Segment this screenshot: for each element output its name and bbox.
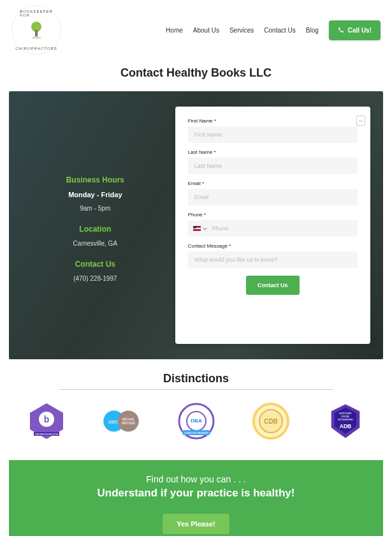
location-value: Carnesville, GA (73, 240, 117, 247)
phone-country-wrap (188, 220, 358, 237)
main-nav: Home About Us Services Contact Us Blog C… (166, 20, 381, 40)
nav-home[interactable]: Home (166, 27, 183, 34)
svg-text:b: b (44, 414, 50, 424)
cta-lead-text: Find out how you can . . . (22, 474, 370, 484)
hours-time: 9am - 5pm (80, 205, 110, 212)
logo-arc-top: BOOKKEEPER FOR (20, 10, 53, 17)
nav-about[interactable]: About Us (193, 27, 219, 34)
distinctions-title: Distinctions (0, 372, 392, 385)
svg-text:DBA: DBA (191, 418, 202, 424)
phone-label: Phone * (188, 212, 358, 218)
svg-text:CERTIFIED INSTRUCTOR: CERTIFIED INSTRUCTOR (35, 433, 59, 436)
last-name-label: Last Name * (188, 149, 358, 155)
email-input[interactable] (188, 189, 358, 205)
badge-cdb-gold: CDB (242, 399, 300, 443)
badge-dba-charter: DBACHARTER MEMBER (168, 399, 225, 443)
svg-text:ASSOCIATE: ASSOCIATE (339, 412, 352, 415)
hours-days: Monday - Friday (68, 191, 122, 198)
nav-contact[interactable]: Contact Us (264, 27, 295, 34)
svg-text:CHARTER MEMBER: CHARTER MEMBER (184, 431, 208, 435)
form-mini-badge-icon: ▭ (356, 115, 365, 126)
site-header: BOOKKEEPER FOR CHIROPRACTORS Home About … (0, 0, 392, 60)
svg-text:ADB: ADB (340, 423, 352, 429)
badges-row: bCERTIFIED INSTRUCTOR xeroBRONZEPARTNER … (0, 399, 392, 449)
cta-section: Find out how you can . . . Understand if… (9, 460, 383, 536)
phone-input[interactable] (210, 220, 358, 237)
hours-heading: Business Hours (66, 175, 124, 184)
badge-bookkeepers-instructor: bCERTIFIED INSTRUCTOR (18, 399, 75, 443)
badge-adb-associate: ASSOCIATEDIGITALBOOKKEEPERADB (317, 399, 374, 443)
message-label: Contact Message * (188, 243, 358, 249)
cta-main-text: Understand if your practice is healthy! (22, 487, 370, 500)
tree-icon (26, 20, 47, 40)
contact-phone: (470) 228-1997 (73, 275, 117, 282)
cta-button[interactable]: Yes Please! (163, 514, 229, 534)
phone-icon (338, 27, 344, 33)
nav-blog[interactable]: Blog (306, 27, 319, 34)
submit-button[interactable]: Contact Us (246, 276, 300, 295)
distinctions-divider (59, 389, 333, 390)
svg-text:PARTNER: PARTNER (122, 422, 136, 425)
call-us-label: Call Us! (348, 27, 372, 34)
contact-hero: Business Hours Monday - Friday 9am - 5pm… (9, 91, 383, 359)
svg-text:BRONZE: BRONZE (122, 418, 134, 421)
message-input[interactable] (188, 251, 358, 268)
business-info: Business Hours Monday - Friday 9am - 5pm… (22, 107, 175, 344)
logo-arc-bottom: CHIROPRACTORS (15, 47, 57, 50)
first-name-input[interactable] (188, 126, 358, 143)
last-name-input[interactable] (188, 158, 358, 174)
distinctions-section: Distinctions bCERTIFIED INSTRUCTOR xeroB… (0, 372, 392, 449)
svg-rect-1 (35, 30, 38, 36)
chevron-down-icon[interactable] (203, 227, 207, 231)
svg-text:BOOKKEEPER: BOOKKEEPER (338, 419, 353, 421)
svg-text:CDB: CDB (264, 418, 278, 425)
contact-form: ▭ First Name * Last Name * Email * Phone… (175, 107, 370, 344)
contact-heading: Contact Us (75, 260, 115, 269)
us-flag-icon[interactable] (193, 226, 201, 231)
svg-text:DIGITAL: DIGITAL (342, 415, 350, 418)
badge-xero-bronze: xeroBRONZEPARTNER (92, 399, 150, 443)
logo[interactable]: BOOKKEEPER FOR CHIROPRACTORS (11, 5, 61, 55)
svg-point-2 (31, 36, 41, 39)
first-name-label: First Name * (188, 118, 358, 124)
location-heading: Location (79, 225, 111, 234)
email-label: Email * (188, 181, 358, 186)
call-us-button[interactable]: Call Us! (329, 20, 381, 40)
nav-services[interactable]: Services (229, 27, 254, 34)
page-title: Contact Healthy Books LLC (0, 66, 392, 80)
